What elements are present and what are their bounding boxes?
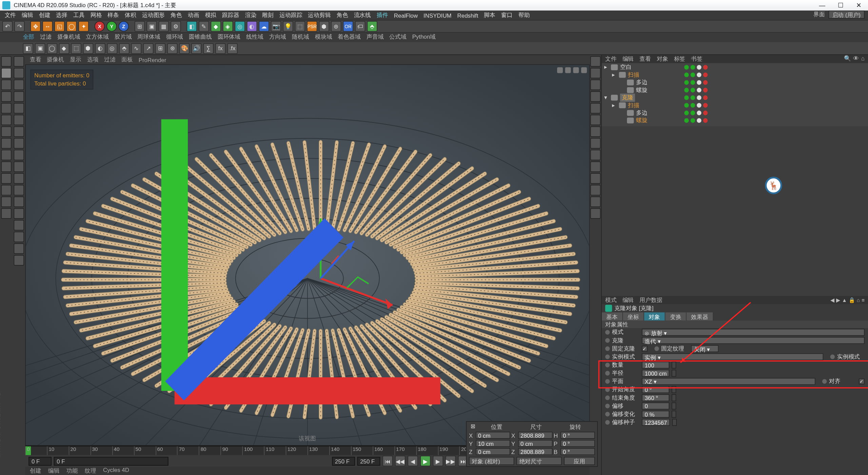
vpmenu-面板[interactable]: 面板 <box>121 56 133 64</box>
field-icon-1[interactable]: ▣ <box>35 43 45 54</box>
axis-y-toggle[interactable]: Y <box>106 21 117 32</box>
objtab-书签[interactable]: 书签 <box>691 55 703 63</box>
attr-menu-icon[interactable]: ≡ <box>862 297 865 303</box>
move-tool[interactable]: ↔ <box>42 21 53 32</box>
prev-frame-button[interactable]: ◀ <box>408 456 418 466</box>
rtool-3[interactable] <box>590 91 600 102</box>
prop-对齐-checkbox[interactable] <box>859 379 865 384</box>
btab-Cycles 4D[interactable]: Cycles 4D <box>103 467 129 475</box>
ltool1-13[interactable] <box>1 208 11 219</box>
redo-button[interactable]: ↷ <box>14 21 24 32</box>
btab-创建[interactable]: 创建 <box>30 467 41 475</box>
attrtab-变换[interactable]: 变换 <box>665 312 686 321</box>
current-frame-field[interactable]: 0 F <box>54 457 169 466</box>
attr-nav-back-icon[interactable]: ◀ <box>830 297 834 303</box>
rtool-2[interactable] <box>590 79 600 90</box>
menu-帮助[interactable]: 帮助 <box>518 11 530 19</box>
coord-Y-rot[interactable]: 0 ° <box>560 440 595 447</box>
prop-平面-dropdown[interactable]: XZ ▾ <box>642 378 815 385</box>
window-maximize-button[interactable]: ☐ <box>834 1 848 9</box>
prop-半径-field[interactable]: 1000 cm <box>642 370 670 377</box>
subdivision-button[interactable]: ◈ <box>223 21 233 32</box>
lasso-tool[interactable]: ✦ <box>78 21 88 32</box>
tree-row-空白[interactable]: ▸空白 <box>602 63 868 71</box>
prop-结束角度-field[interactable]: 360 ° <box>642 394 669 401</box>
field-icon-13[interactable]: 🎨 <box>179 43 190 54</box>
axis-x-toggle[interactable]: X <box>95 21 105 32</box>
ltool2-7[interactable] <box>14 138 24 149</box>
coord-Z-size[interactable]: 2808.889 cm <box>518 448 552 455</box>
ltool2-11[interactable] <box>14 185 24 195</box>
ltool1-4[interactable] <box>1 103 11 113</box>
primitive-cube-button[interactable]: ◧ <box>187 21 197 32</box>
tree-row-多边[interactable]: 多边 <box>602 78 868 86</box>
field-icon-11[interactable]: ⊞ <box>155 43 165 54</box>
attrhdr-用户数据[interactable]: 用户数据 <box>639 296 663 304</box>
ltool1-11[interactable] <box>1 185 11 195</box>
filter-13[interactable]: 着色器域 <box>338 33 361 42</box>
rtool-4[interactable] <box>590 103 600 113</box>
ltool1-6[interactable] <box>1 126 11 137</box>
coord-Y-pos[interactable]: 10 cm <box>476 440 510 447</box>
filter-8[interactable]: 圆环体域 <box>218 33 241 42</box>
prop-偏移变化-field[interactable]: 0 % <box>642 411 669 418</box>
rtool-7[interactable] <box>590 138 600 149</box>
ltool2-2[interactable] <box>14 79 24 90</box>
axis-z-toggle[interactable]: Z <box>119 21 129 32</box>
prop-数量-field[interactable]: 100 <box>642 362 669 369</box>
filter-3[interactable]: 立方体域 <box>86 33 109 42</box>
tree-row-扫描[interactable]: ▸扫描 <box>602 71 868 78</box>
menu-编辑[interactable]: 编辑 <box>22 11 33 19</box>
filter-14[interactable]: 声音域 <box>367 33 384 42</box>
menu-INSYDIUM[interactable]: INSYDIUM <box>423 12 452 18</box>
ltool1-2[interactable] <box>1 79 11 90</box>
menu-插件[interactable]: 插件 <box>377 11 388 19</box>
ltool2-5[interactable] <box>14 115 24 125</box>
prop-偏移变化-spinner[interactable] <box>672 411 676 418</box>
mograph-button[interactable]: ⊛ <box>331 21 341 32</box>
field-icon-7[interactable]: ◎ <box>107 43 117 54</box>
filter-0[interactable]: 全部 <box>23 33 35 42</box>
menu-体积[interactable]: 体积 <box>125 11 136 19</box>
objtab-查看[interactable]: 查看 <box>639 55 651 63</box>
menu-运动剪辑[interactable]: 运动剪辑 <box>308 11 331 19</box>
goto-start-button[interactable]: ⏮ <box>382 456 393 466</box>
menu-样条[interactable]: 样条 <box>107 11 119 19</box>
prop-固定纹理-dropdown[interactable]: 关闭 ▾ <box>691 345 718 352</box>
window-minimize-button[interactable]: — <box>815 1 829 9</box>
field-icon-8[interactable]: ⬘ <box>119 43 129 54</box>
filter-4[interactable]: 胶片域 <box>115 33 132 42</box>
layout-switcher[interactable]: 界面 启动 (用户) <box>813 11 865 19</box>
menu-雕刻[interactable]: 雕刻 <box>262 11 274 19</box>
field-icon-6[interactable]: ◐ <box>95 43 105 54</box>
field-icon-4[interactable]: ⬚ <box>71 43 81 54</box>
menu-运动图形[interactable]: 运动图形 <box>142 11 165 19</box>
or-button[interactable]: OR <box>343 21 353 32</box>
attrtab-对象[interactable]: 对象 <box>644 312 665 321</box>
menu-角色[interactable]: 角色 <box>337 11 348 19</box>
field-icon-12[interactable]: ⊛ <box>167 43 177 54</box>
filter-12[interactable]: 模块域 <box>315 33 332 42</box>
objtab-文件[interactable]: 文件 <box>605 55 617 63</box>
play-button[interactable]: ▶ <box>420 456 430 466</box>
rtool-0[interactable] <box>590 56 600 67</box>
ltool2-9[interactable] <box>14 162 24 172</box>
end-frame-field-2[interactable]: 250 F <box>357 457 380 466</box>
generator-button[interactable]: ◆ <box>211 21 221 32</box>
field-icon-14[interactable]: 🔊 <box>191 43 201 54</box>
prop-偏移-field[interactable]: 0 <box>642 402 669 410</box>
om-search-icon[interactable]: 🔍 <box>844 55 851 63</box>
rtool-6[interactable] <box>590 126 600 137</box>
ltool2-15[interactable] <box>14 232 24 242</box>
prop-偏移种子-spinner[interactable] <box>672 419 677 426</box>
cloth-tag-button[interactable]: ⬚ <box>295 21 305 32</box>
rotate-tool[interactable]: ◯ <box>66 21 77 32</box>
attrhdr-编辑[interactable]: 编辑 <box>623 296 634 304</box>
ltool2-13[interactable] <box>14 208 24 219</box>
field-icon-3[interactable]: ◆ <box>59 43 69 54</box>
tree-row-扫描[interactable]: ▸扫描 <box>602 101 868 109</box>
tree-row-多边[interactable]: 多边 <box>602 109 868 116</box>
camera-button[interactable]: 📷 <box>271 21 281 32</box>
end-frame-field[interactable]: 250 F <box>332 457 355 466</box>
attr-home-icon[interactable]: ⌂ <box>857 297 860 303</box>
